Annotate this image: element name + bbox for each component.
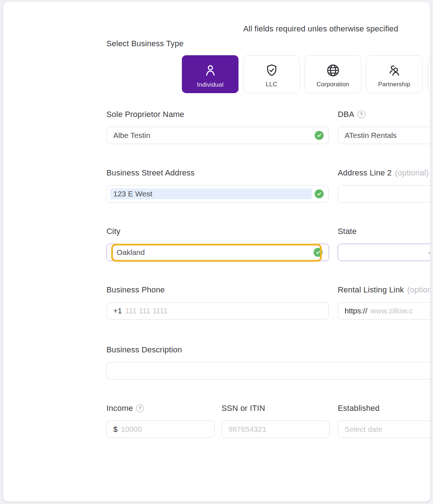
partnership-icon: [387, 63, 402, 78]
chevron-down-icon: [428, 250, 430, 255]
income-input[interactable]: $ 10000: [106, 421, 215, 438]
business-type-option-clipped[interactable]: [428, 55, 430, 93]
sole-proprietor-name-input[interactable]: Albe Testin: [106, 127, 329, 144]
business-description-label: Business Description: [106, 345, 182, 355]
business-phone-label: Business Phone: [106, 285, 165, 295]
established-label: Established: [338, 404, 380, 413]
ssn-or-itin-input[interactable]: 987654321: [222, 421, 330, 438]
address-line-2-input[interactable]: [338, 185, 430, 203]
business-type-section-label: Select Business Type: [106, 39, 184, 48]
globe-icon: [325, 63, 341, 78]
business-type-option-corporation[interactable]: Corporation: [305, 55, 361, 93]
income-help-icon[interactable]: ?: [136, 404, 144, 412]
shield-check-icon: [264, 63, 279, 78]
business-type-label: LLC: [244, 81, 299, 88]
business-form-card: All fields required unles otherwise spec…: [3, 1, 430, 502]
business-type-option-individual[interactable]: Individual: [182, 55, 239, 93]
income-label: Income ?: [106, 404, 144, 413]
business-type-label: Individual: [182, 81, 239, 88]
business-type-label: Partnership: [366, 81, 422, 88]
dba-input[interactable]: ATestin Rentals: [338, 127, 430, 144]
business-type-label: Corporation: [305, 81, 361, 88]
state-select[interactable]: [338, 244, 430, 261]
business-street-address-input[interactable]: 123 E West: [106, 185, 329, 203]
established-date-input[interactable]: Select date: [338, 421, 430, 438]
valid-check-icon: [315, 190, 324, 199]
valid-check-icon: [315, 131, 324, 140]
city-label: City: [106, 227, 121, 236]
business-type-option-partnership[interactable]: Partnership: [366, 55, 423, 93]
dba-label: DBA ?: [338, 110, 366, 119]
required-fields-note: All fields required unles otherwise spec…: [243, 24, 398, 34]
ssn-or-itin-label: SSN or ITIN: [222, 404, 265, 413]
valid-check-icon: [314, 248, 323, 257]
city-input[interactable]: Oakland: [106, 244, 329, 261]
sole-proprietor-name-label: Sole Proprietor Name: [106, 110, 184, 119]
address-line-2-label: Address Line 2 (optional): [338, 168, 429, 178]
state-label: State: [338, 227, 357, 236]
business-description-input[interactable]: [106, 362, 430, 379]
person-icon: [203, 62, 218, 78]
business-type-option-llc[interactable]: LLC: [243, 55, 300, 93]
rental-listing-link-input[interactable]: https:// www.zillow.c: [338, 302, 430, 320]
rental-listing-link-label: Rental Listing Link (optional): [338, 285, 430, 295]
business-street-address-label: Business Street Address: [106, 168, 194, 178]
dba-help-icon[interactable]: ?: [358, 110, 366, 118]
business-phone-input[interactable]: +1 111 111 1111: [106, 302, 329, 320]
